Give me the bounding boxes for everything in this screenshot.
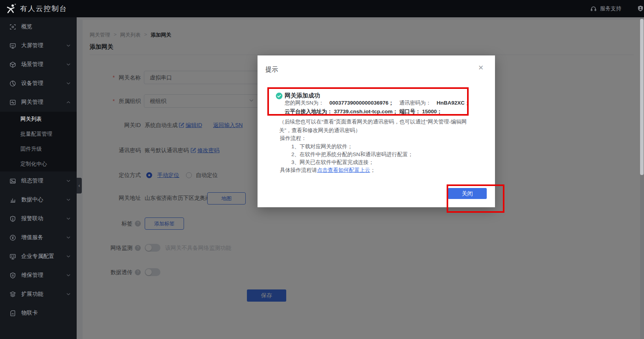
service-support-label: 服务支持 (600, 5, 621, 12)
dialog-close-icon[interactable]: ✕ (476, 63, 486, 73)
sidebar-collapse-handle[interactable]: ‹ (77, 178, 82, 193)
overview-icon (9, 24, 16, 30)
guide-link-prefix: 具体操作流程请 (280, 167, 317, 173)
step-1: 1、下载对应网关的软件； (291, 143, 353, 150)
dialog-title: 提示 (265, 66, 278, 74)
usr-running-man-logo (6, 4, 16, 14)
chevron-down-icon (66, 255, 70, 258)
value-service-icon (9, 234, 16, 241)
step-3: 3、网关已在软件中配置完成连接； (291, 159, 374, 166)
sidebar-item-label: 企业专属配置 (21, 253, 66, 260)
annotation-box-close-button (447, 184, 504, 213)
submenu-item-gateway-list[interactable]: 网关列表 (0, 112, 77, 127)
sidebar-item-label: 大屏管理 (21, 42, 66, 49)
vertical-scrollbar-thumb[interactable] (640, 19, 644, 175)
account-shield-icon[interactable] (637, 5, 644, 12)
sidebar-item-scene-mgmt[interactable]: 场景管理 (0, 55, 77, 74)
password-note: （后续您也可以在“查看”页面查看网关的通讯密码，也可以通过“网关管理-编辑网关”… (279, 118, 477, 135)
chevron-down-icon (66, 199, 70, 201)
sidebar-item-gateway-mgmt[interactable]: 网关管理 (0, 93, 77, 112)
sidebar-item-maintenance-mgmt[interactable]: 维保管理 (0, 266, 77, 285)
pie-chart-icon (9, 80, 16, 87)
chevron-down-icon (66, 82, 70, 85)
guide-link-line: 具体操作流程请点击查看如何配置上云； (280, 167, 375, 173)
enterprise-monitor-icon (9, 253, 16, 260)
service-support-button[interactable]: 服务支持 (590, 5, 621, 12)
submenu-item-customization-center[interactable]: 定制化中心 (0, 157, 77, 171)
sidebar-item-label: 组态管理 (21, 177, 66, 184)
step-2: 2、在软件中把系统分配的SN和通讯密码进行配置； (291, 151, 413, 158)
guide-link-suffix: ； (370, 167, 376, 173)
submenu-item-batch-config[interactable]: 批量配置管理 (0, 127, 77, 142)
image-icon (9, 178, 16, 184)
sidebar-item-label: 设备管理 (21, 80, 66, 87)
top-header: 有人云控制台 服务支持 (0, 0, 644, 17)
layers-icon (9, 291, 16, 298)
sidebar-item-label: 报警联动 (21, 215, 66, 222)
app-title: 有人云控制台 (20, 4, 67, 13)
annotation-box-success-info (267, 87, 469, 116)
shield-icon (9, 272, 16, 279)
sidebar-item-label: 维保管理 (21, 272, 66, 279)
sidebar-item-extensions[interactable]: 扩展功能 (0, 285, 77, 304)
sidebar-item-scada-mgmt[interactable]: 组态管理 (0, 171, 77, 190)
sidebar-item-device-mgmt[interactable]: 设备管理 (0, 74, 77, 93)
chevron-down-icon (66, 63, 70, 66)
sidebar-item-label: 概览 (21, 23, 70, 30)
chevron-down-icon (66, 293, 70, 295)
steps-title: 操作流程： (280, 135, 307, 142)
gateway-icon (9, 99, 16, 106)
sidebar-nav: 概览 大屏管理 场景管理 设备管理 网关管理 网关列表 批量配置管理 固件升级 … (0, 17, 77, 339)
chevron-up-icon (66, 101, 70, 103)
sidebar-item-label: 增值服务 (21, 234, 66, 241)
bar-chart-icon (9, 197, 16, 203)
big-screen-icon (9, 42, 16, 49)
chevron-down-icon (66, 274, 70, 276)
sidebar-item-alarm-linkage[interactable]: 报警联动 (0, 209, 77, 228)
sidebar-item-enterprise-config[interactable]: 企业专属配置 (0, 247, 77, 266)
sidebar-item-label: 扩展功能 (21, 291, 66, 298)
sidebar-item-screen-mgmt[interactable]: 大屏管理 (0, 36, 77, 55)
gateway-submenu: 网关列表 批量配置管理 固件升级 定制化中心 (0, 112, 77, 171)
sidebar-item-overview[interactable]: 概览 (0, 17, 77, 36)
alarm-icon (9, 216, 16, 222)
chevron-down-icon (66, 180, 70, 182)
sidebar-item-data-center[interactable]: 数据中心 (0, 190, 77, 209)
sidebar-item-value-added-services[interactable]: 增值服务 (0, 228, 77, 247)
sidebar-item-label: 物联卡 (21, 310, 70, 317)
sidebar-item-label: 场景管理 (21, 61, 66, 68)
chevron-down-icon (66, 44, 70, 47)
sim-card-icon (9, 310, 16, 317)
chevron-down-icon (66, 236, 70, 239)
sidebar-item-label: 网关管理 (21, 99, 66, 106)
sidebar-item-iot-card[interactable]: 物联卡 (0, 304, 77, 322)
chevron-down-icon (66, 217, 70, 220)
cube-icon (9, 61, 16, 68)
headset-icon (590, 6, 597, 12)
sidebar-item-label: 数据中心 (21, 196, 66, 203)
config-guide-link[interactable]: 点击查看如何配置上云 (317, 167, 370, 173)
submenu-item-firmware-upgrade[interactable]: 固件升级 (0, 142, 77, 157)
